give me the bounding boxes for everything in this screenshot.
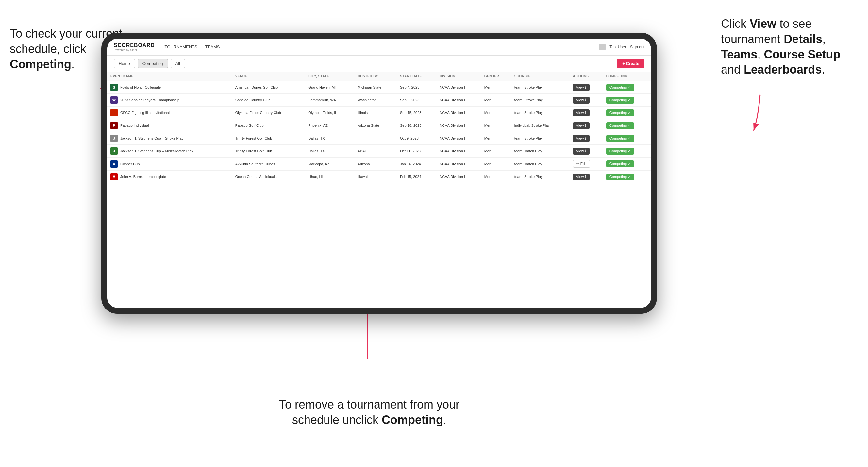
- table-row: J Jackson T. Stephens Cup – Men's Match …: [107, 145, 651, 157]
- nav-tournaments[interactable]: TOURNAMENTS: [165, 43, 197, 51]
- team-logo: A: [111, 160, 118, 168]
- td-hosted-by: ABAC: [354, 145, 397, 157]
- team-logo: H: [111, 173, 118, 180]
- td-start-date: Oct 11, 2023: [397, 145, 436, 157]
- competing-button[interactable]: Competing ✓: [606, 122, 634, 129]
- table-row: H John A. Burns Intercollegiate Ocean Co…: [107, 170, 651, 183]
- team-logo: P: [111, 122, 118, 129]
- td-event-name: A Copper Cup: [107, 157, 232, 170]
- td-city-state: Maricopa, AZ: [305, 157, 354, 170]
- view-button[interactable]: View ℹ: [573, 110, 590, 116]
- td-start-date: Sep 4, 2023: [397, 81, 436, 94]
- th-start-date: START DATE: [397, 72, 436, 81]
- td-venue: Olympia Fields Country Club: [232, 106, 305, 119]
- edit-button[interactable]: ✏ Edit: [573, 160, 590, 168]
- td-city-state: Phoenix, AZ: [305, 119, 354, 132]
- td-start-date: Jan 14, 2024: [397, 157, 436, 170]
- td-city-state: Dallas, TX: [305, 145, 354, 157]
- view-button[interactable]: View ℹ: [573, 135, 590, 142]
- td-city-state: Olympia Fields, IL: [305, 106, 354, 119]
- table-row: S Folds of Honor Collegiate American Dun…: [107, 81, 651, 94]
- tab-home[interactable]: Home: [114, 59, 135, 68]
- view-button[interactable]: View ℹ: [573, 148, 590, 155]
- td-competing: Competing ✓: [603, 157, 651, 170]
- competing-button[interactable]: Competing ✓: [606, 84, 634, 91]
- td-gender: Men: [481, 106, 511, 119]
- td-city-state: Lihue, HI: [305, 170, 354, 183]
- td-venue: Trinity Forest Golf Club: [232, 145, 305, 157]
- td-competing: Competing ✓: [603, 132, 651, 145]
- td-division: NCAA Division I: [436, 170, 481, 183]
- view-button[interactable]: View ℹ: [573, 84, 590, 91]
- td-scoring: team, Stroke Play: [511, 94, 569, 106]
- td-competing: Competing ✓: [603, 170, 651, 183]
- th-venue: VENUE: [232, 72, 305, 81]
- event-name-text: John A. Burns Intercollegiate: [120, 175, 166, 179]
- td-scoring: individual, Stroke Play: [511, 119, 569, 132]
- th-hosted-by: HOSTED BY: [354, 72, 397, 81]
- th-division: DIVISION: [436, 72, 481, 81]
- team-logo: I: [111, 109, 118, 116]
- tablet-shell: SCOREBOARD Powered by clippi TOURNAMENTS…: [101, 33, 657, 314]
- competing-button[interactable]: Competing ✓: [606, 135, 634, 142]
- td-division: NCAA Division I: [436, 81, 481, 94]
- brand-sub: Powered by clippi: [114, 49, 155, 52]
- brand-title: SCOREBOARD: [114, 42, 155, 49]
- td-actions: View ℹ: [569, 145, 603, 157]
- td-actions: View ℹ: [569, 94, 603, 106]
- td-start-date: Sep 15, 2023: [397, 106, 436, 119]
- td-scoring: team, Match Play: [511, 157, 569, 170]
- annotation-bottom: To remove a tournament from your schedul…: [255, 397, 484, 428]
- td-venue: Ak-Chin Southern Dunes: [232, 157, 305, 170]
- competing-button[interactable]: Competing ✓: [606, 160, 634, 167]
- td-hosted-by: Illinois: [354, 106, 397, 119]
- td-division: NCAA Division I: [436, 157, 481, 170]
- tablet-screen: SCOREBOARD Powered by clippi TOURNAMENTS…: [107, 38, 651, 308]
- td-start-date: Sep 9, 2023: [397, 94, 436, 106]
- td-event-name: P Papago Individual: [107, 119, 232, 132]
- table-row: I OFCC Fighting Illini Invitational Olym…: [107, 106, 651, 119]
- competing-button[interactable]: Competing ✓: [606, 148, 634, 155]
- td-actions: ✏ Edit: [569, 157, 603, 170]
- nav-teams[interactable]: TEAMS: [205, 43, 220, 51]
- td-city-state: Grand Haven, MI: [305, 81, 354, 94]
- td-start-date: Feb 15, 2024: [397, 170, 436, 183]
- td-city-state: Sammamish, WA: [305, 94, 354, 106]
- view-button[interactable]: View ℹ: [573, 97, 590, 103]
- tab-all[interactable]: All: [170, 59, 185, 68]
- td-event-name: I OFCC Fighting Illini Invitational: [107, 106, 232, 119]
- tournaments-table: EVENT NAME VENUE CITY, STATE HOSTED BY S…: [107, 72, 651, 183]
- table-row: P Papago Individual Papago Golf ClubPhoe…: [107, 119, 651, 132]
- td-competing: Competing ✓: [603, 119, 651, 132]
- navbar: SCOREBOARD Powered by clippi TOURNAMENTS…: [107, 38, 651, 56]
- toolbar: Home Competing All + Create: [107, 56, 651, 72]
- td-venue: Papago Golf Club: [232, 119, 305, 132]
- td-scoring: team, Stroke Play: [511, 106, 569, 119]
- event-name-text: 2023 Sahalee Players Championship: [120, 98, 179, 102]
- td-event-name: J Jackson T. Stephens Cup – Stroke Play: [107, 132, 232, 145]
- view-button[interactable]: View ℹ: [573, 174, 590, 180]
- sign-out-link[interactable]: Sign out: [630, 45, 645, 49]
- td-division: NCAA Division I: [436, 94, 481, 106]
- table-row: A Copper Cup Ak-Chin Southern DunesMaric…: [107, 157, 651, 170]
- event-name-text: Copper Cup: [120, 162, 140, 166]
- competing-button[interactable]: Competing ✓: [606, 110, 634, 116]
- td-actions: View ℹ: [569, 81, 603, 94]
- event-name-text: Papago Individual: [120, 124, 149, 127]
- table-row: W 2023 Sahalee Players Championship Saha…: [107, 94, 651, 106]
- th-actions: ACTIONS: [569, 72, 603, 81]
- td-gender: Men: [481, 170, 511, 183]
- table-body: S Folds of Honor Collegiate American Dun…: [107, 81, 651, 183]
- competing-button[interactable]: Competing ✓: [606, 174, 634, 180]
- td-competing: Competing ✓: [603, 81, 651, 94]
- td-actions: View ℹ: [569, 106, 603, 119]
- tab-competing[interactable]: Competing: [137, 59, 168, 68]
- create-button[interactable]: + Create: [617, 59, 645, 68]
- competing-button[interactable]: Competing ✓: [606, 97, 634, 103]
- view-button[interactable]: View ℹ: [573, 122, 590, 129]
- th-gender: GENDER: [481, 72, 511, 81]
- td-actions: View ℹ: [569, 119, 603, 132]
- table-header: EVENT NAME VENUE CITY, STATE HOSTED BY S…: [107, 72, 651, 81]
- event-name-text: Folds of Honor Collegiate: [120, 85, 161, 89]
- team-logo: S: [111, 84, 118, 91]
